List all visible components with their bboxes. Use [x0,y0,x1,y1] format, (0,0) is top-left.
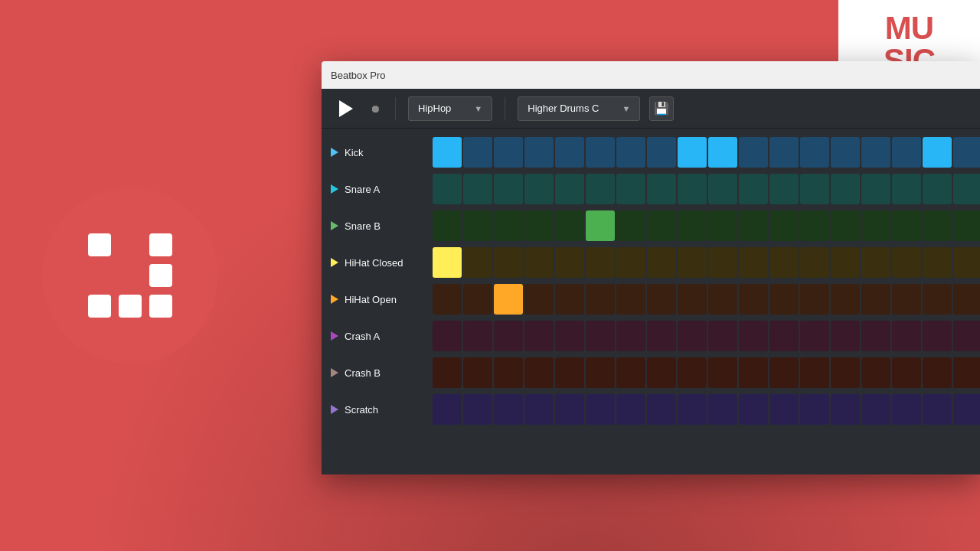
track-play-hihatC[interactable] [331,258,338,267]
cell-kick-13[interactable] [831,137,860,168]
cell-crashB-5[interactable] [586,357,615,388]
cell-scratch-0[interactable] [433,394,462,425]
cell-snareA-16[interactable] [923,174,952,204]
cell-crashB-14[interactable] [861,357,890,388]
cell-hihatC-7[interactable] [647,247,676,278]
cell-hihatC-5[interactable] [586,247,615,278]
cell-crashA-3[interactable] [524,321,554,351]
cell-crashA-15[interactable] [892,321,921,351]
cell-scratch-12[interactable] [800,394,829,425]
cell-crashB-11[interactable] [769,357,799,388]
track-play-crashA[interactable] [331,331,338,341]
cell-scratch-15[interactable] [892,394,921,425]
cell-scratch-4[interactable] [555,394,584,425]
cell-crashA-0[interactable] [433,321,462,351]
cell-hihatC-17[interactable] [953,247,980,278]
cell-snareB-0[interactable] [433,210,462,241]
cell-scratch-9[interactable] [708,394,737,425]
cell-snareA-7[interactable] [647,174,676,204]
cell-kick-14[interactable] [861,137,890,168]
cell-kick-9[interactable] [708,137,737,168]
cell-hihatO-6[interactable] [616,284,645,315]
cell-crashB-0[interactable] [433,357,462,388]
cell-snareA-13[interactable] [831,174,860,204]
cell-hihatO-3[interactable] [524,284,554,315]
cell-crashA-1[interactable] [463,321,492,351]
cell-crashB-4[interactable] [555,357,584,388]
cell-crashB-6[interactable] [616,357,645,388]
cell-hihatO-1[interactable] [463,284,492,315]
cell-kick-0[interactable] [433,137,462,168]
cell-hihatC-9[interactable] [708,247,737,278]
cell-crashA-12[interactable] [800,321,829,351]
cell-hihatC-15[interactable] [892,247,921,278]
cell-hihatC-12[interactable] [800,247,829,278]
cell-crashA-17[interactable] [953,321,980,351]
cell-snareB-7[interactable] [647,210,676,241]
cell-scratch-14[interactable] [861,394,890,425]
cell-crashA-13[interactable] [831,321,860,351]
cell-scratch-16[interactable] [923,394,952,425]
cell-snareA-3[interactable] [524,174,554,204]
cell-scratch-7[interactable] [647,394,676,425]
cell-crashB-16[interactable] [923,357,952,388]
cell-snareA-12[interactable] [800,174,829,204]
cell-snareB-8[interactable] [678,210,707,241]
cell-crashB-10[interactable] [739,357,768,388]
cell-hihatO-14[interactable] [861,284,890,315]
cell-kick-7[interactable] [647,137,676,168]
cell-crashA-10[interactable] [739,321,768,351]
cell-kick-15[interactable] [892,137,921,168]
cell-hihatO-15[interactable] [892,284,921,315]
cell-hihatC-1[interactable] [463,247,492,278]
cell-crashA-5[interactable] [586,321,615,351]
cell-hihatO-4[interactable] [555,284,584,315]
cell-kick-4[interactable] [555,137,584,168]
cell-crashA-8[interactable] [678,321,707,351]
cell-scratch-17[interactable] [953,394,980,425]
kit-dropdown[interactable]: Higher Drums C ▼ [518,96,640,121]
cell-scratch-6[interactable] [616,394,645,425]
track-play-snareB[interactable] [331,221,338,230]
cell-hihatC-16[interactable] [923,247,952,278]
cell-scratch-2[interactable] [494,394,523,425]
track-play-scratch[interactable] [331,405,338,414]
cell-scratch-10[interactable] [739,394,768,425]
cell-crashA-14[interactable] [861,321,890,351]
cell-snareB-5[interactable] [586,210,615,241]
cell-hihatO-13[interactable] [831,284,860,315]
cell-hihatO-7[interactable] [647,284,676,315]
cell-hihatC-14[interactable] [861,247,890,278]
cell-snareB-3[interactable] [524,210,554,241]
cell-hihatO-17[interactable] [953,284,980,315]
track-play-kick[interactable] [331,148,338,157]
cell-kick-1[interactable] [463,137,492,168]
genre-dropdown[interactable]: HipHop ▼ [408,96,492,121]
cell-crashA-4[interactable] [555,321,584,351]
cell-hihatC-0[interactable] [433,247,462,278]
cell-scratch-3[interactable] [524,394,554,425]
cell-snareA-1[interactable] [463,174,492,204]
cell-snareB-1[interactable] [463,210,492,241]
cell-kick-2[interactable] [494,137,523,168]
cell-kick-6[interactable] [616,137,645,168]
cell-snareA-14[interactable] [861,174,890,204]
cell-hihatC-10[interactable] [739,247,768,278]
cell-crashB-13[interactable] [831,357,860,388]
cell-kick-16[interactable] [923,137,952,168]
cell-hihatO-0[interactable] [433,284,462,315]
cell-snareB-10[interactable] [739,210,768,241]
cell-snareB-14[interactable] [861,210,890,241]
cell-crashB-17[interactable] [953,357,980,388]
cell-scratch-13[interactable] [831,394,860,425]
cell-snareA-8[interactable] [678,174,707,204]
cell-snareB-15[interactable] [892,210,921,241]
cell-crashA-9[interactable] [708,321,737,351]
cell-snareB-13[interactable] [831,210,860,241]
cell-crashA-7[interactable] [647,321,676,351]
cell-hihatC-6[interactable] [616,247,645,278]
cell-hihatO-12[interactable] [800,284,829,315]
cell-kick-10[interactable] [739,137,768,168]
cell-snareA-2[interactable] [494,174,523,204]
cell-snareA-0[interactable] [433,174,462,204]
